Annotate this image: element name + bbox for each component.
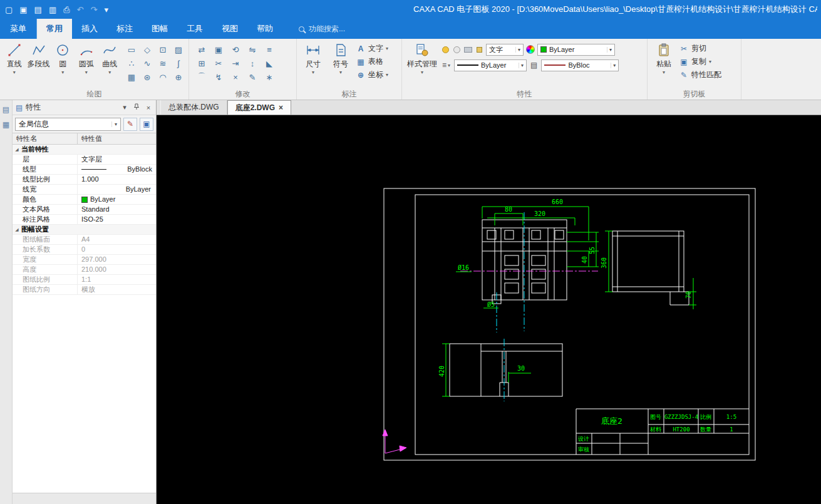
translate-icon[interactable]: ⇄	[195, 43, 208, 56]
drawing-canvas[interactable]: 660 80 320 40 55 Ø16 Ø5 360 70 420 30 底座…	[157, 115, 821, 504]
double-line-icon[interactable]: ≋	[157, 57, 169, 69]
chamfer-icon[interactable]: ◣	[263, 57, 276, 69]
table-tool-button[interactable]: ▦ 表格	[356, 56, 388, 68]
polygon-icon[interactable]: ◇	[141, 43, 153, 56]
color-combo[interactable]: ByLayer ▾	[537, 44, 615, 56]
prop-row-text-style[interactable]: 文本风格 Standard	[13, 205, 156, 215]
prop-value: 文字层	[78, 155, 156, 164]
doc-tab-assembly[interactable]: 总装配体.DWG	[160, 100, 227, 115]
prop-row-linetype[interactable]: 线型 ByBlock	[13, 165, 156, 175]
fill-icon[interactable]: ▦	[125, 71, 138, 83]
chevron-down-icon[interactable]: ▾	[120, 103, 129, 111]
layer-on-icon[interactable]	[441, 45, 450, 54]
formula-curve-icon[interactable]: ∫	[172, 57, 185, 69]
prop-section-current[interactable]: ◢ 当前特性	[13, 145, 156, 155]
cad-drawing[interactable]: 660 80 320 40 55 Ø16 Ø5 360 70 420 30 底座…	[157, 115, 821, 504]
new-file-icon[interactable]: ▢	[5, 6, 13, 14]
spline-tool-button[interactable]: 曲线 ▾	[100, 41, 121, 75]
text-tool-button[interactable]: A 文字 ▾	[356, 43, 388, 54]
dim-70: 70	[685, 291, 692, 299]
function-search[interactable]: 功能搜索...	[299, 19, 345, 39]
arc-3p-icon[interactable]: ◠	[157, 71, 169, 83]
menu-button[interactable]: 菜单	[0, 19, 37, 39]
prop-section-sheet[interactable]: ◢ 图幅设置	[13, 225, 156, 235]
fillet-icon[interactable]: ⌒	[195, 71, 208, 83]
axis-icon[interactable]: ⊕	[172, 71, 185, 83]
paste-button[interactable]: 粘贴 ▾	[651, 41, 676, 75]
dimension-tool-button[interactable]: 尺寸 ▾	[301, 41, 326, 75]
cut-icon: ✂	[679, 44, 689, 53]
left-column: ▤ ▦ ▤ 特性 ▾ × 全局信息 ▾	[0, 100, 157, 504]
stretch-icon[interactable]: ↕	[246, 57, 259, 69]
library-tab-icon[interactable]: ▦	[3, 120, 9, 129]
match-properties-button[interactable]: ✎ 特性匹配	[679, 69, 721, 81]
doc-tab-dizuo2[interactable]: 底座2.DWG ×	[227, 100, 291, 115]
symbol-tool-button[interactable]: 符号 ▾	[328, 41, 353, 75]
circle-tool-button[interactable]: 圆 ▾	[53, 41, 74, 75]
explode-icon[interactable]: ∗	[263, 71, 276, 83]
lineweight-combo[interactable]: ByBloc ▾	[541, 59, 619, 71]
prop-row-layer[interactable]: 层 文字层	[13, 155, 156, 165]
tab-view[interactable]: 视图	[212, 19, 247, 39]
cut-button[interactable]: ✂ 剪切	[679, 43, 721, 54]
line-tool-button[interactable]: 直线 ▾	[4, 41, 25, 75]
linetype-combo[interactable]: ByLayer ▾	[454, 59, 527, 71]
coordinate-tool-button[interactable]: ⊕ 坐标 ▾	[356, 69, 388, 81]
property-brush-button[interactable]: ✎	[123, 118, 137, 131]
layer-freeze-icon[interactable]	[452, 45, 461, 54]
tab-sheet[interactable]: 图幅	[142, 19, 177, 39]
undo-icon[interactable]: ↶	[77, 6, 84, 14]
arc-tool-button[interactable]: 圆弧 ▾	[76, 41, 97, 75]
prop-row-color[interactable]: 颜色 ByLayer	[13, 195, 156, 205]
rotate-icon[interactable]: ⟲	[229, 43, 242, 56]
polyline-tool-button[interactable]: 多段线	[28, 41, 50, 75]
scope-combo[interactable]: 全局信息 ▾	[15, 118, 121, 131]
rectangle-icon[interactable]: ▭	[125, 43, 138, 56]
array-icon[interactable]: ⊞	[195, 57, 208, 69]
prop-row-linetype-scale[interactable]: 线型比例 1.000	[13, 175, 156, 185]
line-icon	[7, 41, 22, 59]
center-rectangle-icon[interactable]: ⊡	[157, 43, 169, 56]
save-icon[interactable]: ▤	[34, 6, 42, 14]
prop-row-lineweight[interactable]: 线宽 ByLayer	[13, 185, 156, 195]
layer-combo[interactable]: 文字 ▾	[486, 44, 524, 56]
hatch-icon[interactable]: ▨	[172, 43, 185, 56]
tab-annotate[interactable]: 标注	[107, 19, 142, 39]
open-file-icon[interactable]: ▣	[19, 6, 27, 14]
prop-name: 颜色	[13, 195, 78, 204]
close-panel-icon[interactable]: ×	[144, 104, 153, 111]
linetype-icon[interactable]: ≡▾	[441, 61, 452, 69]
tab-insert[interactable]: 插入	[72, 19, 107, 39]
color-wheel-icon[interactable]	[526, 45, 535, 54]
wave-line-icon[interactable]: ∿	[141, 57, 153, 69]
layer-lock-icon[interactable]	[475, 45, 483, 54]
close-tab-icon[interactable]: ×	[279, 103, 283, 112]
gear-icon[interactable]: ⊛	[141, 71, 153, 83]
erase-icon[interactable]: ×	[229, 71, 242, 83]
save-all-icon[interactable]: ▥	[49, 6, 56, 14]
edit-icon[interactable]: ✎	[246, 71, 259, 83]
lineweight-icon[interactable]: ▤	[529, 61, 539, 69]
object-select-button[interactable]: ▣	[140, 118, 153, 131]
layer-print-icon[interactable]	[463, 45, 472, 54]
break-icon[interactable]: ↯	[212, 71, 225, 83]
extend-icon[interactable]: ⇥	[229, 57, 242, 69]
prop-row-dim-style[interactable]: 标注风格 ISO-25	[13, 215, 156, 225]
copy-entity-icon[interactable]: ▣	[212, 43, 225, 56]
customize-quick-access-icon[interactable]: ▾	[104, 6, 108, 14]
trim-icon[interactable]: ✂	[212, 57, 225, 69]
tab-tools[interactable]: 工具	[177, 19, 212, 39]
pin-icon[interactable]	[132, 103, 141, 111]
redo-icon[interactable]: ↷	[91, 6, 98, 14]
print-icon[interactable]: ⎙	[63, 6, 70, 14]
chevron-down-icon: ▾	[421, 69, 423, 75]
offset-icon[interactable]: ≡	[263, 43, 276, 56]
mirror-icon[interactable]: ⇋	[246, 43, 259, 56]
point-icon[interactable]: ∴	[125, 57, 138, 69]
properties-tab-icon[interactable]: ▤	[3, 105, 9, 114]
circle-icon	[55, 41, 70, 59]
tab-help[interactable]: 帮助	[247, 19, 282, 39]
tab-home[interactable]: 常用	[37, 19, 72, 39]
copy-button[interactable]: ▣ 复制 ▾	[679, 56, 721, 68]
style-manager-button[interactable]: 样式管理 ▾	[406, 41, 438, 75]
